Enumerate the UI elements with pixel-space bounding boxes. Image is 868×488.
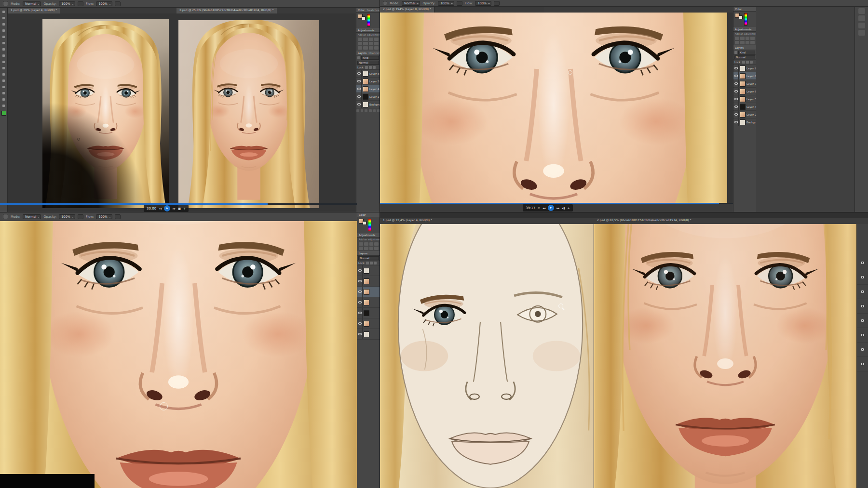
layer-visibility-toggle[interactable] <box>356 70 362 77</box>
layer-thumbnail[interactable] <box>363 71 368 77</box>
layer-row[interactable]: Layer 9 <box>733 65 756 72</box>
flow-dropdown[interactable]: 100% <box>96 1 112 6</box>
layer-thumbnail[interactable] <box>364 300 369 305</box>
lock-all-icon[interactable] <box>374 262 377 264</box>
layers-panel-tab[interactable]: Layers <box>358 52 366 54</box>
adjustment-icon[interactable] <box>735 37 739 40</box>
opacity-dropdown[interactable]: 100% <box>59 214 75 219</box>
layer-thumbnail[interactable] <box>740 66 746 71</box>
swatches-panel-tab[interactable]: Swatches <box>366 9 379 12</box>
doc-tab[interactable]: 1.psd @ 29% (Layer 4, RGB/8) * <box>8 8 60 13</box>
brush-tool-preview-icon[interactable] <box>383 1 387 5</box>
new-group-icon[interactable] <box>369 109 372 112</box>
layer-style-icon[interactable] <box>361 109 364 112</box>
play-button[interactable]: ▸ <box>164 205 170 211</box>
layer-visibility-toggle[interactable] <box>733 119 739 126</box>
flow-dropdown[interactable]: 100% <box>96 214 112 219</box>
doc1-canvas[interactable] <box>8 13 176 212</box>
doc-tab[interactable]: 2.psd @ 25.8% (96da6108577dcf8db4ae0cc8f… <box>176 8 277 13</box>
history-brush-tool-icon[interactable] <box>1 66 6 71</box>
layer-visibility-toggle[interactable] <box>357 276 363 286</box>
layer-visibility-toggle[interactable] <box>860 285 865 299</box>
brush-tool-preview-icon[interactable] <box>3 214 8 219</box>
mode-dropdown[interactable]: Normal <box>23 1 41 6</box>
layer-row[interactable] <box>857 256 868 270</box>
adjustment-icon[interactable] <box>358 38 362 41</box>
adjustment-icon[interactable] <box>363 46 367 50</box>
layer-thumbnail[interactable] <box>363 102 368 107</box>
blend-mode-dropdown[interactable]: Normal <box>734 55 755 59</box>
mode-dropdown[interactable]: Normal <box>23 214 41 219</box>
lasso-tool-icon[interactable] <box>1 22 6 27</box>
flow-dropdown[interactable]: 100% <box>475 1 491 6</box>
layer-visibility-toggle[interactable] <box>357 329 363 339</box>
layer-visibility-toggle[interactable] <box>860 256 865 270</box>
repeat-button[interactable]: ⟳ <box>538 207 540 210</box>
crop-tool-icon[interactable] <box>1 34 6 40</box>
adjustment-icon[interactable] <box>746 41 750 44</box>
lock-transparency-icon[interactable] <box>366 262 369 264</box>
layer-row-selected[interactable]: Layer 8 <box>733 72 756 80</box>
doc-tab[interactable]: 2.psd @ 194% (Layer 8, RGB/8) * <box>380 7 434 13</box>
type-tool-icon[interactable] <box>1 103 6 108</box>
layer-row[interactable] <box>357 308 380 318</box>
mode-dropdown[interactable]: Normal <box>402 1 420 6</box>
new-layer-icon[interactable] <box>373 109 376 112</box>
layer-row-selected[interactable] <box>357 287 380 297</box>
eyedropper-tool-icon[interactable] <box>1 40 6 46</box>
adjustment-icon[interactable] <box>363 38 367 41</box>
tablet-pressure-icon[interactable] <box>457 1 462 6</box>
lock-all-icon[interactable] <box>750 61 753 64</box>
background-color-well[interactable] <box>362 16 366 20</box>
layer-row[interactable]: Background <box>356 101 380 108</box>
adjustment-icon[interactable] <box>363 42 367 45</box>
layer-visibility-toggle[interactable] <box>356 101 362 108</box>
layer-thumbnail[interactable] <box>740 104 746 110</box>
layer-thumbnail[interactable] <box>740 81 746 87</box>
rewind-button[interactable]: ◂◂ <box>159 207 162 210</box>
adjustment-icon[interactable] <box>374 46 379 50</box>
layer-row[interactable] <box>357 318 380 329</box>
layer-row[interactable]: Layer 4 <box>733 103 756 111</box>
marquee-tool-icon[interactable] <box>1 15 6 21</box>
adjustment-icon[interactable] <box>358 42 362 45</box>
lock-pixels-icon[interactable] <box>370 262 373 264</box>
reference-photo-image[interactable] <box>178 20 319 208</box>
adjustment-icon[interactable] <box>359 242 363 246</box>
brush-tool-icon[interactable] <box>1 53 6 58</box>
doc2-canvas[interactable] <box>594 224 856 488</box>
adjustment-icon[interactable] <box>374 38 379 41</box>
lock-transparency-icon[interactable] <box>365 66 368 69</box>
adjustment-icon[interactable] <box>374 242 379 246</box>
channels-panel-tab[interactable]: Channels <box>368 52 380 54</box>
layer-visibility-toggle[interactable] <box>733 72 739 79</box>
layer-thumbnail[interactable] <box>740 112 746 118</box>
filter-icon[interactable] <box>357 56 360 59</box>
layer-visibility-toggle[interactable] <box>860 343 865 356</box>
layer-visibility-toggle[interactable] <box>733 111 739 118</box>
opacity-dropdown[interactable]: 100% <box>59 1 75 6</box>
adjustment-icon[interactable] <box>750 37 755 40</box>
layer-visibility-toggle[interactable] <box>860 270 865 284</box>
adjustment-icon[interactable] <box>358 46 362 50</box>
link-layers-icon[interactable] <box>356 109 359 112</box>
tablet-pressure-icon[interactable] <box>78 1 83 6</box>
clone-stamp-tool-icon[interactable] <box>1 59 6 65</box>
layer-thumbnail[interactable] <box>363 79 368 84</box>
hue-ramp[interactable] <box>368 219 371 231</box>
doc2-canvas[interactable] <box>176 13 356 212</box>
forward-button[interactable]: ▸▸ <box>556 207 559 210</box>
blend-mode-dropdown[interactable]: Normal <box>358 256 379 260</box>
layer-visibility-toggle[interactable] <box>860 314 865 328</box>
layer-visibility-toggle[interactable] <box>860 328 865 342</box>
play-button[interactable]: ▸ <box>548 205 554 211</box>
adjustment-icon[interactable] <box>374 247 379 250</box>
adjustment-icon[interactable] <box>740 41 745 44</box>
layer-visibility-toggle[interactable] <box>733 80 739 87</box>
lock-pixels-icon[interactable] <box>746 61 749 64</box>
adjustment-icon[interactable] <box>374 42 379 45</box>
layer-row[interactable] <box>357 276 380 287</box>
layer-row-selected[interactable]: Layer 4 <box>356 85 380 93</box>
layer-row[interactable]: Layer 7 <box>733 80 756 88</box>
lock-transparency-icon[interactable] <box>742 61 745 64</box>
